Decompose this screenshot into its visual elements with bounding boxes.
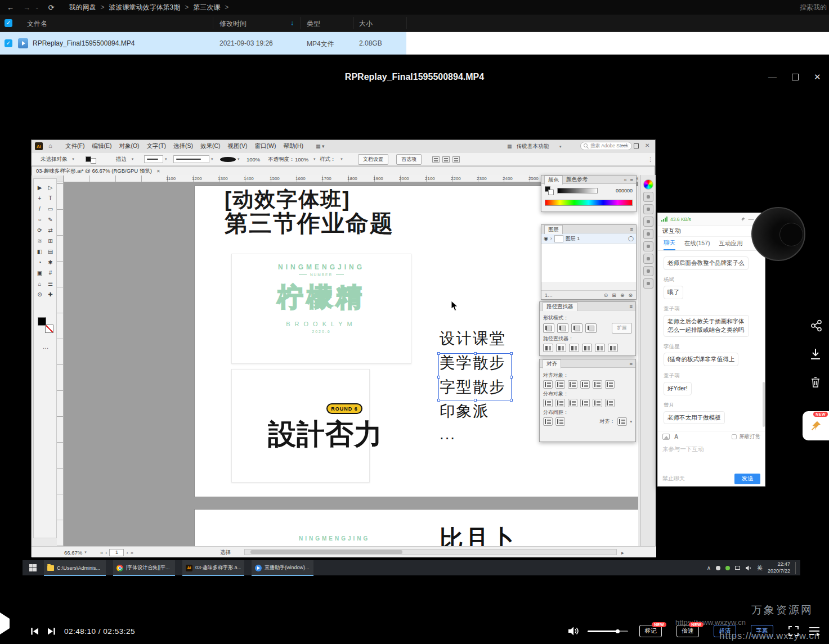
ai-tool-button[interactable]: ☰ [45,278,56,289]
outline-button[interactable] [595,344,605,352]
align-bottom-button[interactable] [605,380,615,389]
ai-tool-button[interactable]: ⊙ [34,289,45,300]
ai-menu-item[interactable]: 编辑(E) [92,142,111,150]
ai-menu-item[interactable]: 文字(T) [147,142,166,150]
stroke-width-select[interactable]: ▾ [144,152,167,166]
volume-icon[interactable] [567,626,580,636]
gradient-panel-icon[interactable] [643,241,653,251]
distribute-hcenter-button[interactable] [593,399,602,407]
grayscale-slider[interactable] [557,188,598,193]
align-tab[interactable]: 对齐 [543,359,561,368]
color-tab[interactable]: 颜色 [544,175,563,184]
canvas-text-line[interactable]: 设计课堂 [440,328,506,353]
distribute-right-button[interactable] [605,399,615,407]
align-right-button[interactable] [568,380,577,389]
show-desktop-divider[interactable] [795,562,796,574]
ai-tool-button[interactable]: ◔ [34,257,45,268]
file-row[interactable]: ✓ RPReplay_Final1595500894.MP4 2021-09-0… [0,32,829,55]
ai-menu-item[interactable]: 视图(V) [228,142,248,150]
selection-handle[interactable] [474,399,477,402]
hex-value[interactable]: 000000 [616,188,633,193]
selection-handle[interactable] [437,376,440,379]
taskbar-item-explorer[interactable]: C:\Users\Adminis... [44,560,106,576]
ai-menu-item[interactable]: 窗口(W) [255,142,276,150]
first-artboard-icon[interactable]: « [100,550,103,556]
panel-expand-icon[interactable]: » [624,177,626,183]
column-header-size[interactable]: 大小 [359,19,373,29]
chat-minimize-icon[interactable]: — [749,216,754,222]
selection-handle[interactable] [437,399,440,402]
distribute-top-button[interactable] [543,399,553,407]
ai-tool-button[interactable]: / [34,204,45,214]
last-artboard-icon[interactable]: » [131,550,133,556]
color-panel-icon[interactable] [643,179,653,190]
minimize-icon[interactable]: — [768,72,777,82]
align-top-button[interactable] [580,380,590,389]
ai-tool-button[interactable]: ▷ [45,182,56,193]
share-button[interactable] [810,319,823,332]
control-bar-overflow-icon[interactable]: ⋮ [648,152,653,166]
layer-expand-icon[interactable]: › [550,236,552,241]
brushes-panel-icon[interactable] [643,204,653,214]
ai-tool-button[interactable]: ▣ [34,268,45,278]
ai-menu-item[interactable]: 帮助(H) [284,142,304,150]
preferences-button[interactable]: 首选项 [396,152,422,166]
align-left-button[interactable] [543,380,553,389]
playlist-icon[interactable] [808,626,821,636]
stroke-label[interactable]: 描边 ▾ [116,152,133,166]
ai-maximize-icon[interactable] [634,143,639,148]
minus-back-button[interactable] [608,344,618,352]
pathfinder-tab[interactable]: 路径查找器 [543,302,577,311]
new-sublayer-icon[interactable]: ⊞ [612,292,616,298]
color-swatch-pair[interactable] [545,186,554,195]
layer-target-icon[interactable]: ◯ [628,236,634,241]
column-header-name[interactable]: 文件名 [27,19,47,29]
ai-tool-button[interactable]: ⊞ [45,236,56,246]
ai-tool-button[interactable]: + [34,193,45,204]
distribute-vcenter-button[interactable] [555,399,565,407]
horizontal-spacing-button[interactable] [555,417,565,426]
align-center-button[interactable] [555,380,565,389]
align-to-chevron-icon[interactable]: ▾ [630,420,632,424]
taskbar-item-live-assistant[interactable]: 直播助手(window)... [252,560,313,576]
tray-icon[interactable] [725,566,730,570]
ai-tool-button[interactable]: ✎ [45,214,56,225]
chat-pin-icon[interactable] [740,217,746,222]
unite-button[interactable] [543,323,554,333]
start-button[interactable] [29,564,37,571]
ai-tool-button[interactable]: ✚ [45,289,56,300]
layer-visibility-icon[interactable]: ◉ [544,236,548,241]
document-tab[interactable]: 03-趣味多样字形.ai* @ 66.67% (RGB/GPU 预览) ✕ [32,166,655,175]
symbols-panel-icon[interactable] [643,217,653,227]
fullscreen-icon[interactable] [788,625,799,637]
previous-button[interactable] [30,627,39,636]
color-guide-tab[interactable]: 颜色参考 [566,176,588,183]
workspace-chevron-icon[interactable]: ▾ [559,145,562,149]
align-to-selector[interactable] [617,417,627,426]
subtitle-button[interactable]: 字幕 [751,625,773,637]
back-icon[interactable]: ← [7,3,14,12]
block-reward-checkbox[interactable] [732,434,737,439]
make-mask-icon[interactable]: ⊙ [604,292,608,298]
column-header-type[interactable]: 类型 [307,19,320,29]
panel-menu-icon[interactable]: ≡ [629,361,633,367]
stroke-percent[interactable]: 100% [247,152,260,166]
ai-minimize-icon[interactable]: — [621,142,627,148]
ai-menu-item[interactable]: 效果(C) [200,142,221,150]
layer-thumbnail[interactable] [554,235,563,242]
chat-scrollbar[interactable] [763,382,765,427]
layer-row[interactable]: ◉ › 图层 1 ◯ [541,233,636,244]
minus-front-button[interactable] [557,323,568,333]
selection-handle[interactable] [437,352,440,355]
close-icon[interactable]: ✕ [814,72,821,82]
canvas-text-line[interactable]: ... [440,425,506,449]
crop-button[interactable] [582,344,592,352]
selection-handle[interactable] [510,399,513,402]
block-reward-option[interactable]: 屏蔽打赏 [732,433,760,440]
intersect-button[interactable] [571,323,582,333]
transparency-panel-icon[interactable] [643,254,653,264]
sort-desc-icon[interactable]: ↓ [290,19,294,27]
opacity-value[interactable]: 100% ▾ [295,152,315,166]
row-checkbox[interactable]: ✓ [5,39,12,47]
input-language[interactable]: 英 [757,564,763,572]
